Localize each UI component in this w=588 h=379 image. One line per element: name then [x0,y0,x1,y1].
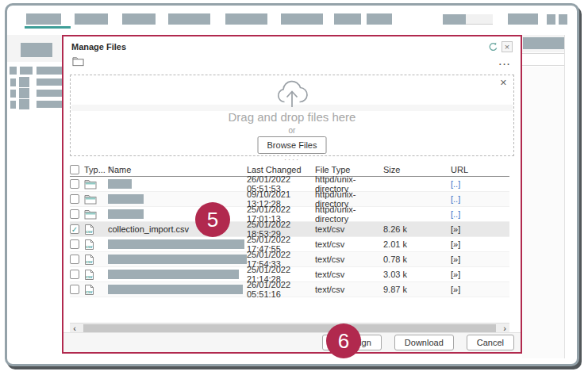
url-cell[interactable]: [..] [451,209,509,219]
resize-handle[interactable]: ···· [63,156,521,163]
url-cell[interactable]: [»] [451,224,509,234]
folder-icon [84,209,97,220]
svg-text:csv: csv [86,274,93,278]
file-name-cell[interactable] [108,239,247,249]
close-dialog-button[interactable]: × [502,41,513,52]
redacted-icon-button[interactable] [559,14,567,25]
annotation-badge-5: 5 [195,202,230,237]
csv-file-icon: csv [84,239,94,251]
size-cell: 9.87 k [383,285,451,294]
file-name-cell[interactable] [108,194,247,204]
column-header-last-changed[interactable]: Last Changed [247,165,315,174]
redacted-menu-item[interactable] [26,13,61,25]
svg-text:csv: csv [86,243,93,248]
file-type-icon: csv [84,239,108,251]
redacted-list-icon [10,101,16,109]
row-checkbox[interactable]: ✓ [70,224,79,234]
redacted-menu-item[interactable] [168,13,210,25]
file-type-icon: csv [84,284,108,296]
column-header-url[interactable]: URL [451,165,509,174]
background-panel [522,67,564,358]
redacted-menu-item[interactable] [75,13,108,25]
url-cell[interactable]: [»] [451,239,509,249]
refresh-icon [488,42,498,52]
redacted-panel-button[interactable] [523,37,564,49]
row-checkbox[interactable] [70,270,79,279]
redacted-file-name [108,209,144,219]
row-checkbox[interactable] [70,179,79,189]
row-checkbox[interactable] [70,209,79,219]
redacted-menu-item[interactable] [281,13,323,25]
redacted-file-name [108,239,244,249]
size-cell: 0.78 k [383,255,451,264]
dropzone-close-icon[interactable]: ✕ [500,78,507,88]
url-cell[interactable]: [»] [451,255,509,264]
file-type-cell: text/csv [315,285,383,294]
redacted-file-name [108,270,239,279]
file-name-cell[interactable] [108,270,247,279]
redacted-panel-button[interactable] [21,43,52,57]
redacted-list-icon [10,90,16,98]
url-cell[interactable]: [..] [451,179,509,189]
redacted-toolbar-item[interactable] [508,13,538,25]
url-cell[interactable]: [..] [451,194,509,204]
file-type-cell: text/csv [315,255,383,264]
redacted-menu-item[interactable] [122,13,156,25]
dropzone-or-label: or [71,126,513,135]
folder-browse-button[interactable] [71,56,84,67]
row-checkbox[interactable] [70,239,79,249]
folder-icon [84,194,97,205]
screenshot-stage: Manage Files × ... ✕ [0,0,588,379]
select-all-checkbox[interactable] [70,165,79,174]
csv-file-icon: csv [84,284,94,296]
file-name-cell[interactable] [108,255,247,264]
browse-files-button[interactable]: Browse Files [258,136,327,154]
redacted-list-text [37,101,62,108]
redacted-search-label[interactable] [443,14,466,25]
svg-text:csv: csv [86,289,93,293]
background-input-field[interactable] [520,53,565,66]
column-header-size[interactable]: Size [383,165,451,174]
csv-file-icon: csv [84,269,94,281]
file-name-cell[interactable] [108,179,247,189]
file-type-icon: csv [84,269,108,281]
row-checkbox[interactable] [70,255,79,264]
column-header-name[interactable]: Name [108,165,247,174]
table-row[interactable]: csv 26/01/2022 05:51:16 text/csv 9.87 k … [70,282,509,297]
search-input[interactable] [466,14,493,25]
folder-icon [84,179,97,190]
redacted-icon-button[interactable] [547,14,555,25]
column-header-file-type[interactable]: File Type [315,165,383,174]
url-cell[interactable]: [»] [451,270,509,279]
dropzone[interactable]: ✕ Drag and drop files here or Browse Fil… [70,75,514,156]
refresh-button[interactable] [487,41,498,52]
redacted-file-name [108,285,243,294]
file-type-icon: csv [84,224,108,235]
file-name-cell[interactable] [108,285,247,294]
redacted-menu-item[interactable] [225,13,267,25]
column-header-type-label: Typ... [84,165,106,174]
redacted-menu-item[interactable] [367,13,392,25]
dialog-footer: Assign Download Cancel [63,332,521,352]
size-cell: 8.26 k [383,224,451,234]
row-checkbox[interactable] [70,194,79,204]
cancel-button[interactable]: Cancel [467,335,514,350]
scrollbar-thumb[interactable] [83,324,496,333]
upload-cloud-icon [274,79,310,111]
file-type-cell: text/csv [315,270,383,279]
file-type-icon [84,209,108,220]
file-type-cell: httpd/unix-directory [315,205,383,224]
row-checkbox[interactable] [70,285,79,294]
file-type-cell: text/csv [315,224,383,234]
column-header-type[interactable]: Typ... ▽ [84,165,108,174]
redacted-file-name [108,255,247,264]
size-cell: 3.03 k [383,270,451,279]
redacted-menu-item[interactable] [334,13,361,25]
file-type-icon: csv [84,254,108,266]
overflow-menu-button[interactable]: ... [499,57,511,67]
dropzone-heading: Drag and drop files here [71,110,513,124]
url-cell[interactable]: [»] [451,285,509,294]
download-button-label: Download [405,338,444,347]
download-button[interactable]: Download [394,335,454,350]
close-icon: × [505,42,509,52]
